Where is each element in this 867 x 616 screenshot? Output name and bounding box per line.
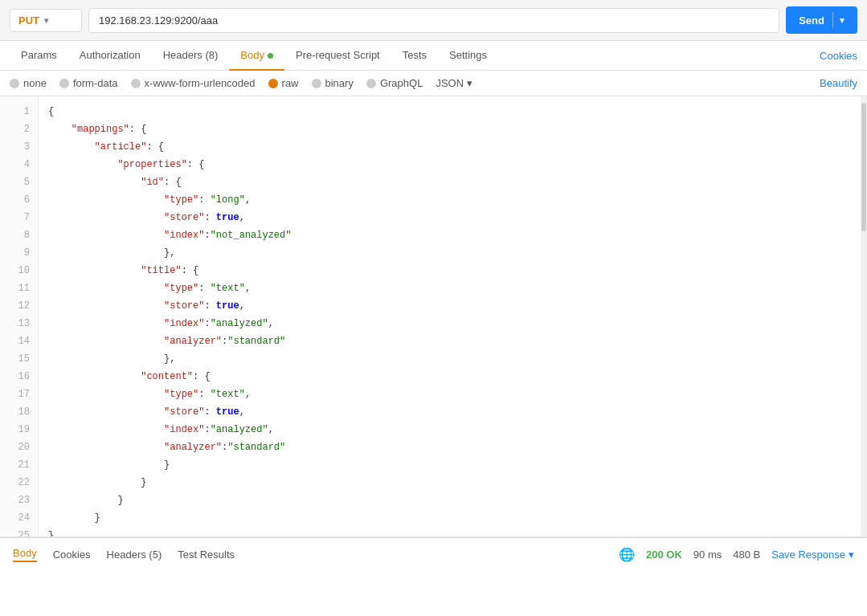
- option-none[interactable]: none: [10, 77, 47, 89]
- status-tab-headers[interactable]: Headers (5): [107, 549, 162, 561]
- tabs-bar: Params Authorization Headers (8) Body Pr…: [0, 41, 867, 71]
- send-label: Send: [799, 14, 832, 27]
- save-response-button[interactable]: Save Response ▾: [771, 549, 854, 561]
- method-select[interactable]: PUT ▾: [10, 9, 82, 32]
- scrollbar-track[interactable]: [861, 96, 867, 536]
- method-value: PUT: [18, 14, 39, 27]
- tab-body[interactable]: Body: [229, 41, 284, 71]
- option-urlencoded-label: x-www-form-urlencoded: [145, 77, 256, 89]
- option-raw-label: raw: [282, 77, 299, 89]
- status-code-badge: 200 OK: [646, 549, 682, 561]
- status-right: 🌐 200 OK 90 ms 480 B Save Response ▾: [619, 547, 854, 562]
- send-chevron-icon: ▾: [840, 15, 845, 26]
- option-formdata-label: form-data: [73, 77, 118, 89]
- format-chevron-icon: ▾: [467, 77, 472, 89]
- option-binary[interactable]: binary: [312, 77, 354, 89]
- body-active-dot: [268, 53, 273, 59]
- tab-authorization[interactable]: Authorization: [68, 41, 152, 71]
- radio-binary-icon: [312, 79, 321, 88]
- format-value: JSON: [436, 77, 464, 89]
- status-bar: Body Cookies Headers (5) Test Results 🌐 …: [0, 537, 867, 571]
- tab-prerequest[interactable]: Pre-request Script: [284, 41, 391, 71]
- option-none-label: none: [23, 77, 47, 89]
- beautify-button[interactable]: Beautify: [820, 77, 857, 89]
- option-raw[interactable]: raw: [268, 77, 299, 89]
- tab-body-label: Body: [240, 49, 264, 61]
- status-tab-test-results[interactable]: Test Results: [178, 549, 235, 561]
- option-binary-label: binary: [325, 77, 354, 89]
- globe-icon: 🌐: [619, 547, 635, 562]
- top-bar: PUT ▾ Send ▾: [0, 0, 867, 41]
- format-select[interactable]: JSON ▾: [436, 77, 472, 89]
- radio-none-icon: [10, 79, 19, 88]
- save-response-label: Save Response: [771, 549, 845, 561]
- radio-graphql-icon: [366, 79, 376, 88]
- option-urlencoded[interactable]: x-www-form-urlencoded: [131, 77, 256, 89]
- radio-raw-icon: [268, 79, 278, 88]
- tab-headers[interactable]: Headers (8): [152, 41, 230, 71]
- tab-settings[interactable]: Settings: [438, 41, 498, 71]
- option-graphql[interactable]: GraphQL: [366, 77, 423, 89]
- status-size: 480 B: [733, 549, 760, 561]
- scrollbar-thumb[interactable]: [861, 103, 866, 231]
- url-input[interactable]: [88, 8, 779, 33]
- code-content[interactable]: { "mappings": { "article": { "properties…: [39, 96, 861, 536]
- send-button[interactable]: Send ▾: [786, 6, 857, 34]
- tab-params[interactable]: Params: [10, 41, 68, 71]
- option-graphql-label: GraphQL: [380, 77, 423, 89]
- code-editor: 1234567891011121314151617181920212223242…: [0, 96, 867, 537]
- status-tab-cookies[interactable]: Cookies: [53, 549, 91, 561]
- send-divider: [832, 12, 833, 28]
- line-numbers: 1234567891011121314151617181920212223242…: [0, 96, 39, 536]
- option-form-data[interactable]: form-data: [59, 77, 118, 89]
- tab-tests[interactable]: Tests: [391, 41, 438, 71]
- radio-urlencoded-icon: [131, 79, 141, 88]
- status-tab-body[interactable]: Body: [13, 547, 37, 562]
- method-chevron-icon: ▾: [44, 16, 48, 25]
- status-time: 90 ms: [693, 549, 722, 561]
- body-options-bar: none form-data x-www-form-urlencoded raw…: [0, 71, 867, 96]
- cookies-link[interactable]: Cookies: [820, 42, 857, 70]
- radio-formdata-icon: [59, 79, 69, 88]
- save-response-chevron-icon: ▾: [849, 549, 854, 561]
